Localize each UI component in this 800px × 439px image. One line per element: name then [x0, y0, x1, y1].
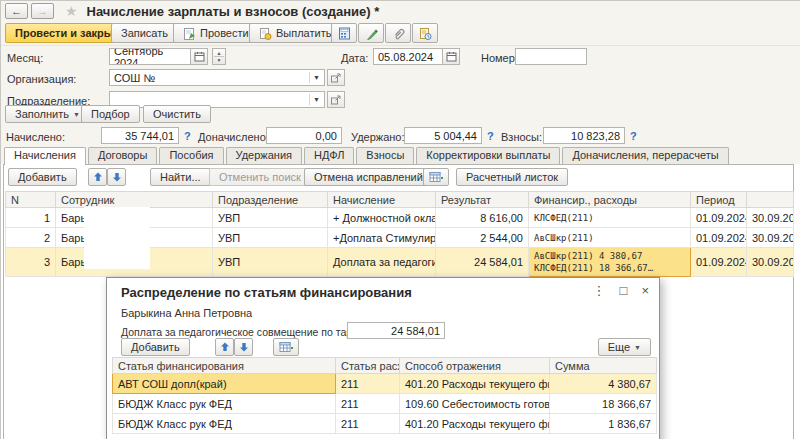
- move-up-button[interactable]: [88, 168, 107, 186]
- cell-financing-selected[interactable]: АвСШкр(211) 4 380,67 КЛСФЕД(211) 18 366,…: [529, 248, 691, 277]
- cell-method[interactable]: 401.20 Расходы текущего финансового…: [400, 374, 550, 394]
- cell-method[interactable]: 401.20 Расходы текущего финансового…: [400, 414, 550, 434]
- contributions-help-link[interactable]: ?: [630, 130, 637, 142]
- fill-label: Заполнить: [15, 108, 69, 120]
- cell-accrual[interactable]: Доплата за педагогическое совмещение…: [328, 248, 436, 277]
- cell-period-from[interactable]: 01.09.2024: [691, 228, 747, 248]
- clear-button[interactable]: Очистить: [143, 105, 211, 123]
- pick-button[interactable]: Подбор: [81, 105, 140, 123]
- number-field[interactable]: [515, 48, 587, 65]
- organization-dropdown-icon[interactable]: ▼: [309, 72, 320, 83]
- cell-article-selected[interactable]: АВТ СОШ допл(край): [113, 374, 336, 394]
- cell-period-from[interactable]: 01.09.2024: [691, 208, 747, 228]
- favorite-star-icon[interactable]: ★: [65, 3, 78, 19]
- cell-accrual[interactable]: +Доплата Стимулирующие молодым сп…: [328, 228, 436, 248]
- history-report-button[interactable]: [412, 23, 438, 43]
- pay-button[interactable]: Выплатить: [249, 23, 341, 43]
- month-field[interactable]: Сентябрь 2024: [109, 48, 191, 65]
- cell-sum[interactable]: 4 380,67: [550, 374, 657, 394]
- cell-department[interactable]: УВП: [213, 208, 328, 228]
- cell-sum[interactable]: 1 836,67: [550, 414, 657, 434]
- cell-result[interactable]: 2 544,00: [436, 228, 529, 248]
- tab-benefits[interactable]: Пособия: [159, 147, 223, 164]
- save-button[interactable]: Записать: [111, 23, 178, 43]
- cell-n[interactable]: 2: [6, 228, 56, 248]
- post-label: Провести: [200, 27, 249, 39]
- financing-line-1: АвСШкр(211) 4 380,67: [534, 250, 685, 262]
- cell-period-to[interactable]: 30.09.2024: [747, 228, 794, 248]
- calendar-icon: [194, 51, 205, 62]
- financing-row-2[interactable]: БЮДЖ Класс рук ФЕД 211 109.60 Себестоимо…: [113, 394, 657, 414]
- date-field[interactable]: 05.08.2024: [373, 48, 443, 65]
- cell-department[interactable]: УВП: [213, 228, 328, 248]
- tab-payment-adjustments[interactable]: Корректировки выплаты: [416, 147, 560, 164]
- forward-button[interactable]: →: [31, 3, 54, 19]
- window-maximize-icon[interactable]: □: [620, 283, 628, 298]
- month-calendar-button[interactable]: [190, 48, 208, 65]
- open-link-icon: [330, 72, 342, 84]
- accrued-field[interactable]: 35 744,01: [101, 127, 179, 144]
- tab-contributions[interactable]: Взносы: [356, 147, 414, 164]
- cell-result[interactable]: 24 584,01: [436, 248, 529, 277]
- accrued-help-link[interactable]: ?: [184, 130, 191, 142]
- tab-accruals[interactable]: Начисления: [4, 147, 86, 165]
- cell-period-to[interactable]: 30.09.2024: [747, 208, 794, 228]
- post-button[interactable]: Провести: [173, 23, 259, 43]
- popup-add-button[interactable]: Добавить: [121, 338, 190, 356]
- cell-sum[interactable]: 18 366,67: [550, 394, 657, 414]
- cell-result[interactable]: 8 616,00: [436, 208, 529, 228]
- cell-period-to[interactable]: 30.09.2024: [747, 248, 794, 277]
- cell-expense[interactable]: 211: [336, 374, 400, 394]
- financing-row-3[interactable]: БЮДЖ Класс рук ФЕД 211 401.20 Расходы те…: [113, 414, 657, 434]
- cell-financing[interactable]: КЛСФЕД(211): [529, 208, 691, 228]
- cell-period-from[interactable]: 01.09.2024: [691, 248, 747, 277]
- tab-recalculations[interactable]: Доначисления, перерасчеты: [562, 147, 728, 164]
- table-plus-icon: [279, 341, 294, 354]
- cell-accrual[interactable]: + Должностной оклад: [328, 208, 436, 228]
- withheld-help-link[interactable]: ?: [487, 130, 494, 142]
- popup-table-settings-button[interactable]: [273, 338, 299, 356]
- cell-article[interactable]: БЮДЖ Класс рук ФЕД: [113, 394, 336, 414]
- cell-expense[interactable]: 211: [336, 414, 400, 434]
- fill-button[interactable]: Заполнить▼: [5, 105, 90, 123]
- clear-label: Очистить: [153, 108, 201, 120]
- calculator-button[interactable]: [331, 23, 357, 43]
- financing-distribution-button[interactable]: [423, 168, 449, 186]
- window-close-icon[interactable]: ×: [641, 283, 649, 298]
- tab-deductions[interactable]: Удержания: [226, 147, 302, 164]
- cell-method[interactable]: 109.60 Себестоимость готовой продукц…: [400, 394, 550, 414]
- attachments-button[interactable]: [385, 23, 411, 43]
- cancel-search-button[interactable]: Отменить поиск: [209, 168, 311, 186]
- popup-more-button[interactable]: Еще▼: [598, 338, 651, 356]
- back-button[interactable]: ←: [5, 3, 28, 19]
- organization-open-button[interactable]: [327, 69, 345, 86]
- additional-field[interactable]: 0,00: [266, 127, 342, 144]
- contributions-label: Взносы:: [501, 131, 542, 143]
- withheld-field[interactable]: 5 004,44: [404, 127, 482, 144]
- financing-row-1-selected[interactable]: АВТ СОШ допл(край) 211 401.20 Расходы те…: [113, 374, 657, 394]
- window-menu-icon[interactable]: ⋮: [593, 283, 606, 298]
- cell-financing[interactable]: АвСШкр(211): [529, 228, 691, 248]
- move-down-button[interactable]: [107, 168, 126, 186]
- payslip-button[interactable]: Расчетный листок: [456, 168, 568, 186]
- popup-accrual-field[interactable]: 24 584,01: [347, 322, 445, 339]
- cell-n[interactable]: 1: [6, 208, 56, 228]
- cell-n[interactable]: 3: [6, 248, 56, 277]
- popup-move-up-button[interactable]: [215, 338, 234, 356]
- department-field[interactable]: ▼: [109, 91, 325, 108]
- edit-pen-button[interactable]: [358, 23, 384, 43]
- department-open-button[interactable]: [327, 91, 345, 108]
- tab-contracts[interactable]: Договоры: [88, 147, 157, 164]
- find-button[interactable]: Найти...: [150, 168, 211, 186]
- date-calendar-button[interactable]: [442, 48, 460, 65]
- cell-expense[interactable]: 211: [336, 394, 400, 414]
- month-spinner[interactable]: ▲▼: [212, 48, 226, 65]
- department-dropdown-icon[interactable]: ▼: [309, 94, 320, 105]
- cell-department[interactable]: УВП: [213, 248, 328, 277]
- contributions-field[interactable]: 10 823,28: [543, 127, 625, 144]
- popup-move-down-button[interactable]: [234, 338, 253, 356]
- add-row-button[interactable]: Добавить: [8, 168, 77, 186]
- tab-ndfl[interactable]: НДФЛ: [304, 147, 354, 164]
- cell-article[interactable]: БЮДЖ Класс рук ФЕД: [113, 414, 336, 434]
- organization-field[interactable]: СОШ № ▼: [109, 69, 325, 86]
